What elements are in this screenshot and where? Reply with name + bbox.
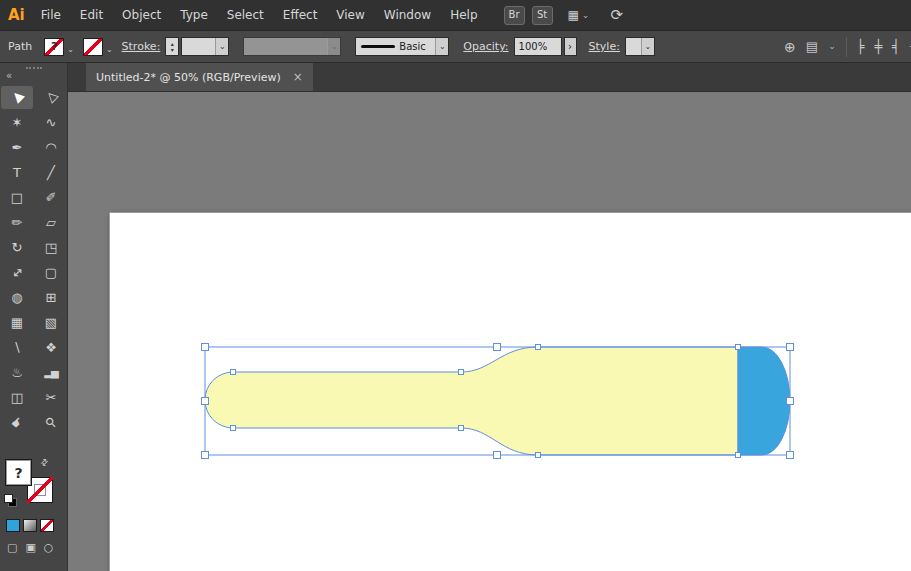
width-tool[interactable]: ↔ — [0, 260, 34, 285]
chevron-down-icon: ⌄ — [582, 11, 590, 20]
canvas[interactable] — [68, 92, 911, 571]
eyedropper-tool[interactable]: ∖ — [0, 335, 34, 360]
bridge-button[interactable]: Br — [504, 6, 525, 25]
panel-grip-icon[interactable] — [26, 67, 42, 69]
align-right-icon[interactable]: ╡ — [892, 40, 900, 53]
magic-wand-tool-icon: ✶ — [12, 116, 23, 129]
line-segment-tool[interactable]: ╱ — [34, 160, 68, 185]
style-label[interactable]: Style: — [589, 40, 620, 53]
hand-tool[interactable]: ☛ — [0, 410, 34, 435]
menu-select[interactable]: Select — [227, 8, 264, 22]
gradient-button[interactable] — [23, 519, 37, 532]
free-transform-tool[interactable]: ▢ — [34, 260, 68, 285]
slice-tool[interactable]: ✂ — [34, 385, 68, 410]
shaper-tool-icon: ✏ — [12, 216, 23, 229]
lasso-tool-icon: ∿ — [46, 116, 57, 129]
mesh-tool[interactable]: ▦ — [0, 310, 34, 335]
opacity-panel-arrow[interactable]: › — [564, 37, 577, 56]
stroke-weight-label[interactable]: Stroke: — [122, 40, 161, 53]
stepper-down-icon: ▾ — [171, 47, 174, 53]
rotate-tool[interactable]: ↻ — [0, 235, 34, 260]
pen-tool[interactable]: ✒ — [0, 135, 34, 160]
eraser-tool-icon: ▱ — [46, 216, 56, 229]
chevron-down-icon[interactable]: ⌄ — [828, 42, 836, 51]
shape-builder-tool[interactable]: ◍ — [0, 285, 34, 310]
workspace-grid-icon: ▦ — [568, 9, 579, 21]
fill-chevron-icon[interactable]: ⌄ — [67, 46, 74, 54]
direct-selection-tool[interactable]: ▷ — [34, 85, 68, 110]
stroke-chevron-icon[interactable]: ⌄ — [106, 46, 113, 54]
artboard[interactable] — [110, 213, 911, 571]
column-graph-tool[interactable]: ▂▅ — [34, 360, 68, 385]
style-select[interactable]: ⌄ — [625, 37, 655, 56]
fill-color-box[interactable]: ? — [5, 459, 32, 486]
eraser-tool[interactable]: ▱ — [34, 210, 68, 235]
close-tab-icon[interactable]: × — [293, 71, 303, 83]
magic-wand-tool[interactable]: ✶ — [0, 110, 34, 135]
rectangle-tool-icon: □ — [11, 191, 23, 204]
hand-tool-icon: ☛ — [8, 414, 25, 431]
fill-swatch[interactable]: ? — [44, 38, 64, 56]
symbol-sprayer-tool[interactable]: ♨ — [0, 360, 34, 385]
align-left-icon[interactable]: ╞ — [857, 40, 865, 53]
stroke-swatch[interactable] — [83, 38, 103, 56]
default-fill-stroke-icon[interactable] — [4, 494, 17, 507]
fill-unknown-value: ? — [51, 41, 57, 52]
lasso-tool[interactable]: ∿ — [34, 110, 68, 135]
zoom-tool[interactable]: ⚲ — [34, 410, 68, 435]
mesh-tool-icon: ▦ — [11, 316, 23, 329]
screen-mode-icon[interactable]: ○ — [44, 542, 54, 553]
align-center-icon[interactable]: ╪ — [875, 40, 883, 53]
work-area: « ▶▷✶∿✒◠T╱□✐✏▱↻◳↔▢◍⊞▦▧∖❖♨▂▅◫✂☛⚲ ? ⇄ ▢ ▣ … — [0, 63, 911, 571]
blend-tool[interactable]: ❖ — [34, 335, 68, 360]
workspace-switcher[interactable]: ▦ ⌄ — [568, 9, 590, 21]
document-tab[interactable]: Untitled-2* @ 50% (RGB/Preview) × — [86, 63, 313, 91]
menu-help[interactable]: Help — [450, 8, 477, 22]
fill-stroke-indicator: ? ⇄ — [0, 457, 67, 511]
artboard-tool[interactable]: ◫ — [0, 385, 34, 410]
arrange-documents-icon[interactable]: ▤ — [806, 40, 818, 53]
menu-edit[interactable]: Edit — [80, 8, 103, 22]
menu-bar: Ai FileEditObjectTypeSelectEffectViewWin… — [0, 0, 911, 30]
scale-tool[interactable]: ◳ — [34, 235, 68, 260]
menu-view[interactable]: View — [336, 8, 364, 22]
drawing-mode-buttons: ▢ ▣ ○ — [0, 542, 67, 553]
curvature-tool-icon: ◠ — [45, 141, 56, 154]
stroke-weight-select[interactable]: ⌄ — [181, 37, 229, 56]
none-button[interactable] — [40, 519, 54, 532]
zoom-tool-icon: ⚲ — [43, 415, 59, 431]
stroke-weight-stepper[interactable]: ▴ ▾ — [165, 37, 179, 56]
opacity-label[interactable]: Opacity: — [463, 40, 508, 53]
opacity-input[interactable]: 100% — [514, 37, 562, 56]
menu-file[interactable]: File — [41, 8, 61, 22]
width-tool-icon: ↔ — [9, 264, 26, 281]
selection-tool-icon: ▶ — [9, 89, 25, 105]
globe-icon[interactable]: ⊕ — [784, 40, 796, 54]
type-tool[interactable]: T — [0, 160, 34, 185]
control-bar-right: ⊕ ▤ ⌄ ╞ ╪ ╡ ╫ — [784, 37, 911, 57]
menu-object[interactable]: Object — [122, 8, 161, 22]
draw-behind-icon[interactable]: ▣ — [25, 542, 35, 553]
sync-settings-icon[interactable]: ⟳ — [610, 8, 623, 23]
color-button[interactable] — [6, 519, 20, 532]
menu-list: FileEditObjectTypeSelectEffectViewWindow… — [41, 8, 478, 22]
collapse-panel-icon[interactable]: « — [6, 71, 12, 81]
stock-button[interactable]: St — [532, 6, 553, 25]
swap-fill-stroke-icon[interactable]: ⇄ — [39, 457, 51, 469]
menu-effect[interactable]: Effect — [283, 8, 318, 22]
rectangle-tool[interactable]: □ — [0, 185, 34, 210]
gradient-tool[interactable]: ▧ — [34, 310, 68, 335]
variable-width-profile-select[interactable]: Basic ⌄ — [355, 37, 449, 56]
slice-tool-icon: ✂ — [46, 391, 57, 404]
menu-window[interactable]: Window — [384, 8, 431, 22]
symbol-sprayer-tool-icon: ♨ — [11, 366, 23, 379]
brush-definition-select: ⌄ — [243, 37, 341, 56]
shaper-tool[interactable]: ✏ — [0, 210, 34, 235]
selection-tool[interactable]: ▶ — [1, 86, 33, 109]
paintbrush-tool[interactable]: ✐ — [34, 185, 68, 210]
perspective-grid-tool[interactable]: ⊞ — [34, 285, 68, 310]
illustrator-logo: Ai — [8, 6, 25, 24]
menu-type[interactable]: Type — [180, 8, 208, 22]
curvature-tool[interactable]: ◠ — [34, 135, 68, 160]
draw-normal-icon[interactable]: ▢ — [7, 542, 17, 553]
